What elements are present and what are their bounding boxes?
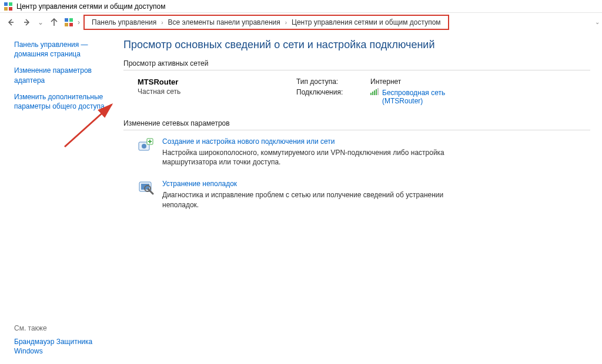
back-button[interactable] — [4, 15, 18, 29]
svg-rect-0 — [4, 2, 8, 6]
app-icon — [4, 2, 13, 11]
breadcrumb-item-1[interactable]: Все элементы панели управления — [167, 18, 282, 26]
window-title: Центр управления сетями и общим доступом — [16, 2, 166, 11]
task-new-connection-desc: Настройка широкополосного, коммутируемог… — [162, 148, 467, 167]
history-dropdown-icon[interactable]: ⌄ — [36, 18, 45, 26]
svg-rect-1 — [9, 2, 12, 6]
active-network-row: MTSRouter Частная сеть Тип доступа: Инте… — [138, 77, 590, 105]
svg-rect-12 — [372, 92, 373, 95]
svg-rect-13 — [374, 90, 375, 95]
svg-rect-10 — [69, 23, 73, 26]
wifi-icon — [370, 88, 379, 97]
task-troubleshoot-link[interactable]: Устранение неполадок — [162, 180, 237, 188]
sidebar-item-firewall[interactable]: Брандмауэр Защитника Windows — [14, 337, 118, 356]
breadcrumb[interactable]: Панель управления › Все элементы панели … — [83, 15, 449, 30]
connections-label: Подключения: — [296, 88, 361, 96]
task-troubleshoot: Устранение неполадок Диагностика и испра… — [138, 180, 467, 209]
see-also-label: См. также — [14, 324, 118, 332]
up-button[interactable] — [47, 15, 61, 29]
network-type: Частная сеть — [138, 87, 273, 96]
chevron-right-icon: › — [282, 19, 290, 26]
nav-toolbar: ⌄ › Панель управления › Все элементы пан… — [0, 13, 602, 32]
network-name: MTSRouter — [138, 77, 273, 86]
breadcrumb-item-2[interactable]: Центр управления сетями и общим доступом — [290, 18, 442, 26]
troubleshoot-icon — [138, 180, 154, 196]
main-panel: Просмотр основных сведений о сети и наст… — [123, 32, 602, 364]
svg-rect-11 — [370, 93, 372, 95]
svg-rect-2 — [4, 7, 8, 11]
window-titlebar: Центр управления сетями и общим доступом — [0, 0, 602, 13]
access-type-label: Тип доступа: — [296, 77, 361, 86]
page-title: Просмотр основных сведений о сети и наст… — [123, 39, 590, 51]
connection-link-sub: (MTSRouter) — [382, 97, 445, 105]
sidebar-item-advanced-sharing[interactable]: Изменить дополнительные параметры общего… — [14, 92, 118, 111]
connection-link[interactable]: Беспроводная сеть — [370, 88, 445, 97]
change-settings-title: Изменение сетевых параметров — [123, 119, 590, 127]
breadcrumb-item-0[interactable]: Панель управления — [91, 18, 158, 26]
svg-rect-3 — [9, 7, 12, 11]
svg-rect-14 — [376, 89, 377, 95]
sidebar-item-adapter-settings[interactable]: Изменение параметров адаптера — [14, 66, 118, 85]
connection-link-text: Беспроводная сеть — [382, 89, 445, 97]
access-type-value: Интернет — [370, 77, 445, 86]
svg-point-17 — [142, 144, 146, 149]
sidebar: Панель управления — домашняя страница Из… — [0, 32, 123, 364]
task-new-connection: Создание и настройка нового подключения … — [138, 137, 467, 167]
svg-rect-7 — [65, 18, 68, 22]
chevron-right-icon: › — [158, 19, 166, 26]
active-networks-title: Просмотр активных сетей — [123, 59, 590, 68]
svg-rect-9 — [65, 23, 68, 26]
new-connection-icon — [138, 137, 154, 154]
address-icon — [63, 17, 74, 28]
chevron-right-icon: › — [76, 18, 81, 26]
task-new-connection-link[interactable]: Создание и настройка нового подключения … — [162, 137, 335, 146]
divider — [123, 130, 590, 130]
address-dropdown-icon[interactable]: ⌄ — [595, 19, 600, 25]
svg-rect-8 — [69, 18, 73, 22]
task-troubleshoot-desc: Диагностика и исправление проблем с сеть… — [162, 190, 467, 209]
sidebar-item-home[interactable]: Панель управления — домашняя страница — [14, 40, 118, 59]
divider — [123, 70, 590, 70]
forward-button[interactable] — [20, 15, 34, 29]
svg-rect-15 — [377, 88, 379, 95]
